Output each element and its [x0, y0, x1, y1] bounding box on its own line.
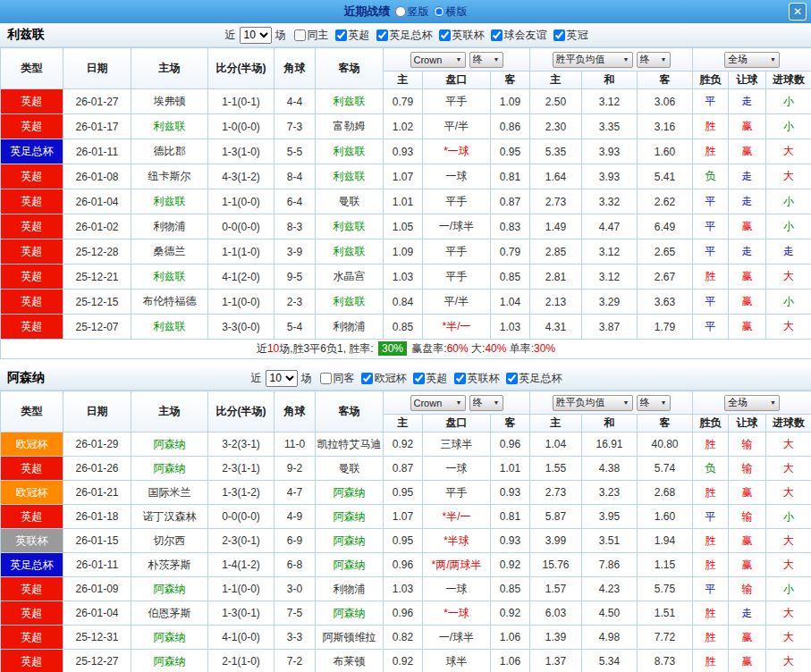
eu-odds-header: 胜平负均值▼终▼	[530, 48, 693, 71]
handicap-line: *半/一	[423, 505, 491, 529]
league-filter[interactable]: 英足总杯	[376, 28, 433, 43]
same-venue-filter-checkbox[interactable]	[320, 373, 332, 384]
asia-home-odds: 1.01	[384, 189, 423, 214]
away-team: 凯拉特艾马迪	[316, 433, 384, 457]
eu-home-odds: 1.37	[530, 650, 582, 672]
vertical-layout-radio[interactable]	[395, 6, 406, 17]
match-scope-select[interactable]: 全场▼	[724, 52, 780, 68]
column-header-result-handicap: 让球	[729, 415, 766, 433]
home-team: 国际米兰	[131, 481, 208, 505]
match-row: 英超26-01-18诺丁汉森林0-0(0-0)4-9阿森纳1.07*半/一0.8…	[1, 505, 811, 529]
close-icon[interactable]: ✕	[789, 3, 807, 21]
handicap-result: 走	[729, 164, 766, 189]
bookmaker-select[interactable]: Crown▼	[410, 52, 466, 68]
match-row: 英联杯26-01-15切尔西2-3(0-1)6-9阿森纳0.95*半球0.933…	[1, 529, 811, 553]
league-filter-checkbox[interactable]	[506, 373, 518, 384]
eu-home-odds: 3.99	[530, 529, 582, 553]
wdl-result: 平	[693, 189, 729, 214]
league-filter-checkbox[interactable]	[413, 373, 425, 384]
eu-away-odds: 6.49	[638, 214, 693, 239]
corner-score: 2-3	[275, 290, 316, 315]
eu-average-select[interactable]: 胜平负均值▼	[553, 395, 633, 411]
league-filter-checkbox[interactable]	[491, 29, 503, 41]
league-filter-label: 英超	[349, 28, 370, 43]
eu-draw-odds: 4.47	[582, 214, 638, 239]
same-venue-filter-label: 同客	[334, 371, 355, 386]
goals-result: 大	[766, 433, 811, 457]
eu-draw-odds: 3.12	[582, 239, 638, 265]
eu-away-odds: 1.94	[638, 529, 693, 553]
match-score: 1-0(0-0)	[208, 114, 275, 139]
match-score: 2-3(1-1)	[208, 457, 275, 481]
sections-container: 利兹联近10场同主英超英足总杯英联杯球会友谊英冠类型日期主场比分(半场)角球客场…	[0, 23, 811, 672]
match-score: 1-1(0-1)	[208, 89, 275, 114]
match-score: 4-3(1-2)	[208, 164, 275, 189]
eu-final-select[interactable]: 终▼	[637, 395, 671, 411]
league-filter[interactable]: 英冠	[553, 28, 588, 43]
match-row: 英超25-12-15布伦特福德1-1(0-0)2-3利兹联0.84平/半1.04…	[1, 290, 811, 315]
titlebar-controls: 近期战绩 竖版 横版	[344, 4, 468, 20]
away-team: 曼联	[316, 457, 384, 481]
away-team: 阿森纳	[316, 529, 384, 553]
match-date: 26-01-21	[63, 481, 131, 505]
filter-bar: 近10场同主英超英足总杯英联杯球会友谊英冠	[224, 27, 588, 44]
eu-away-odds: 8.73	[638, 650, 693, 672]
eu-average-select[interactable]: 胜平负均值▼	[553, 52, 633, 68]
match-row: 英超26-01-26阿森纳2-3(1-1)9-2曼联0.87一球1.011.55…	[1, 457, 811, 481]
layout-option-horizontal[interactable]: 横版	[434, 4, 468, 20]
league-filter[interactable]: 英联杯	[454, 371, 500, 386]
league-filter-checkbox[interactable]	[553, 29, 565, 41]
league-filter[interactable]: 英足总杯	[506, 371, 562, 386]
league-filter-checkbox[interactable]	[439, 29, 451, 41]
handicap-result: 赢	[729, 139, 766, 164]
league-filter[interactable]: 英联杯	[439, 28, 485, 43]
league-filter[interactable]: 英超	[335, 28, 370, 43]
corner-score: 9-2	[275, 457, 316, 481]
match-date: 26-01-09	[63, 577, 131, 601]
eu-away-odds: 2.67	[638, 265, 693, 290]
league-badge: 英超	[1, 164, 63, 189]
match-date: 26-01-29	[63, 433, 131, 457]
same-venue-filter[interactable]: 同主	[294, 28, 329, 43]
same-venue-filter[interactable]: 同客	[320, 371, 355, 386]
league-badge: 英超	[1, 315, 63, 340]
league-filter[interactable]: 欧冠杯	[361, 371, 407, 386]
recent-count-select[interactable]: 10	[266, 370, 298, 387]
league-filter-checkbox[interactable]	[454, 373, 466, 384]
eu-draw-odds: 16.91	[582, 433, 638, 457]
goals-result: 小	[766, 577, 811, 601]
eu-draw-odds: 4.23	[582, 577, 638, 601]
goals-result: 小	[766, 505, 811, 529]
league-filter[interactable]: 球会友谊	[491, 28, 547, 43]
handicap-line: 一球	[423, 457, 491, 481]
asia-away-odds: 0.92	[491, 601, 530, 626]
bookmaker-select[interactable]: Crown▼	[410, 395, 466, 411]
away-team: 阿森纳	[316, 505, 384, 529]
asia-home-odds: 1.02	[384, 114, 423, 139]
column-header-home: 主场	[131, 391, 208, 433]
match-score: 0-0(0-0)	[208, 214, 275, 239]
eu-final-select[interactable]: 终▼	[637, 52, 671, 68]
eu-home-odds: 2.73	[530, 189, 582, 214]
asia-final-select[interactable]: 终▼	[469, 395, 503, 411]
asia-final-select[interactable]: 终▼	[469, 52, 503, 68]
league-filter-checkbox[interactable]	[335, 29, 347, 41]
match-scope-select[interactable]: 全场▼	[724, 395, 780, 411]
asia-home-odds: 1.07	[384, 505, 423, 529]
wdl-result: 负	[693, 457, 729, 481]
league-filter[interactable]: 英超	[413, 371, 448, 386]
layout-option-vertical[interactable]: 竖版	[395, 4, 429, 20]
eu-home-odds: 2.81	[530, 265, 582, 290]
eu-draw-odds: 7.86	[582, 553, 638, 577]
match-date: 25-12-15	[63, 290, 131, 315]
asia-away-odds: 0.85	[491, 577, 530, 601]
league-filter-checkbox[interactable]	[376, 29, 388, 41]
column-header-asia-home: 主	[384, 71, 423, 89]
asia-home-odds: 1.07	[384, 164, 423, 189]
horizontal-layout-radio[interactable]	[434, 6, 444, 17]
eu-average-select-label: 胜平负均值	[556, 396, 605, 409]
same-venue-filter-checkbox[interactable]	[294, 29, 306, 41]
recent-count-select[interactable]: 10	[240, 27, 272, 44]
eu-home-odds: 1.49	[530, 214, 582, 239]
league-filter-checkbox[interactable]	[361, 373, 373, 384]
